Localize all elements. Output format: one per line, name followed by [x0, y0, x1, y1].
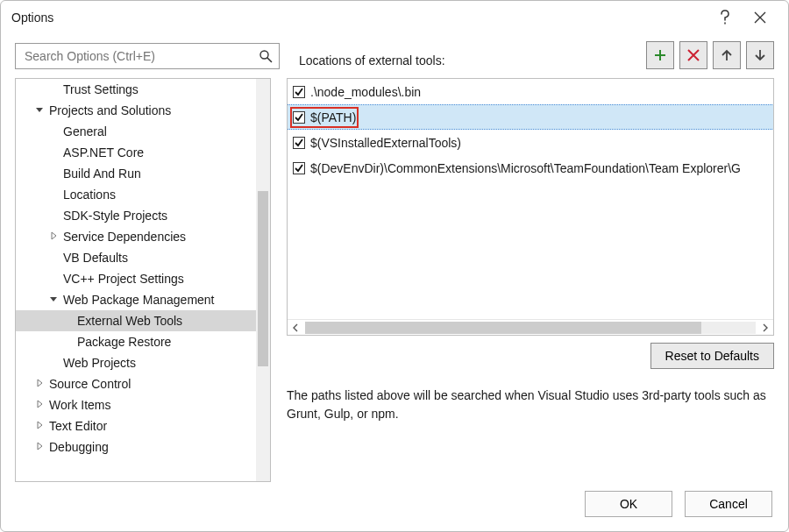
- expander-spacer: [63, 316, 74, 326]
- expander-spacer: [49, 252, 60, 263]
- tree-scrollbar[interactable]: [256, 79, 270, 481]
- options-dialog: Options Locations of external tools:: [0, 0, 789, 532]
- list-row-text: $(VSInstalledExternalTools): [310, 136, 461, 150]
- expander-spacer: [49, 168, 60, 179]
- tree-item-label: Work Items: [49, 398, 111, 412]
- listbox-hscroll[interactable]: [288, 319, 773, 335]
- tree-item[interactable]: Text Editor: [16, 415, 256, 436]
- tree-item[interactable]: ASP.NET Core: [16, 142, 256, 163]
- tree-item-label: Web Projects: [63, 356, 136, 370]
- expander-spacer: [49, 189, 60, 200]
- checkbox[interactable]: [293, 86, 305, 98]
- tree-item[interactable]: Web Projects: [16, 352, 256, 373]
- options-tree: Trust SettingsProjects and SolutionsGene…: [15, 78, 271, 482]
- tree-item[interactable]: Service Dependencies: [16, 226, 256, 247]
- expander-spacer: [49, 84, 60, 95]
- checkbox[interactable]: [293, 137, 305, 149]
- move-up-button[interactable]: [713, 41, 741, 69]
- toolbar: [646, 41, 774, 69]
- search-input[interactable]: [23, 48, 258, 64]
- list-row-text: $(DevEnvDir)\CommonExtensions\Microsoft\…: [310, 161, 741, 175]
- cancel-button[interactable]: Cancel: [685, 491, 772, 517]
- tree-item[interactable]: Debugging: [16, 436, 256, 458]
- tree-item-label: Service Dependencies: [63, 230, 186, 244]
- tree-item-label: Text Editor: [49, 419, 107, 433]
- tree-item[interactable]: SDK-Style Projects: [16, 205, 256, 226]
- locations-listbox: .\node_modules\.bin$(PATH)$(VSInstalledE…: [287, 78, 774, 336]
- tree-item-label: Locations: [63, 188, 116, 202]
- list-row[interactable]: $(DevEnvDir)\CommonExtensions\Microsoft\…: [288, 155, 773, 181]
- expander-spacer: [49, 358, 60, 368]
- ok-button[interactable]: OK: [585, 491, 672, 517]
- tree-item-label: External Web Tools: [77, 314, 182, 328]
- list-row[interactable]: $(VSInstalledExternalTools): [288, 130, 773, 155]
- list-row-text: $(PATH): [310, 110, 356, 124]
- tree-item-label: Debugging: [49, 440, 109, 454]
- expander-spacer: [63, 337, 74, 347]
- chevron-down-icon[interactable]: [35, 105, 46, 116]
- hscroll-right-icon[interactable]: [757, 320, 773, 336]
- tree-item[interactable]: Locations: [16, 184, 256, 205]
- chevron-right-icon[interactable]: [35, 442, 46, 452]
- tree-item-label: SDK-Style Projects: [63, 209, 167, 223]
- tree-item-label: Web Package Management: [63, 293, 215, 307]
- tree-item[interactable]: VC++ Project Settings: [16, 268, 256, 289]
- tree-item[interactable]: Web Package Management: [16, 289, 256, 310]
- list-row[interactable]: .\node_modules\.bin: [288, 79, 773, 104]
- tree-item[interactable]: Build And Run: [16, 163, 256, 184]
- tree-item[interactable]: General: [16, 121, 256, 142]
- chevron-right-icon[interactable]: [35, 421, 46, 431]
- tree-item-label: Build And Run: [63, 167, 141, 181]
- search-icon[interactable]: [258, 48, 274, 64]
- tree-item-label: General: [63, 124, 107, 138]
- window-title: Options: [11, 11, 53, 25]
- tree-item-label: VC++ Project Settings: [63, 272, 184, 286]
- tree-item[interactable]: Work Items: [16, 394, 256, 415]
- titlebar: Options: [1, 1, 788, 34]
- delete-button[interactable]: [679, 41, 707, 69]
- tree-item[interactable]: Projects and Solutions: [16, 100, 256, 121]
- tree-item-label: ASP.NET Core: [63, 145, 144, 160]
- chevron-down-icon[interactable]: [49, 294, 60, 305]
- tree-item[interactable]: Source Control: [16, 373, 256, 394]
- checkbox[interactable]: [293, 111, 305, 124]
- expander-spacer: [49, 273, 60, 284]
- tree-item[interactable]: VB Defaults: [16, 247, 256, 268]
- list-row-text: .\node_modules\.bin: [310, 85, 421, 99]
- expander-spacer: [49, 210, 60, 221]
- expander-spacer: [49, 147, 60, 158]
- tree-item-label: VB Defaults: [63, 251, 128, 265]
- chevron-right-icon[interactable]: [49, 231, 60, 242]
- tree-item[interactable]: Package Restore: [16, 331, 256, 352]
- move-down-button[interactable]: [746, 41, 774, 69]
- tree-item-label: Package Restore: [77, 335, 171, 349]
- add-button[interactable]: [646, 41, 674, 69]
- tree-item-label: Projects and Solutions: [49, 103, 171, 117]
- tree-item-label: Source Control: [49, 377, 131, 391]
- close-icon[interactable]: [744, 1, 776, 34]
- tree-item-label: Trust Settings: [63, 82, 139, 96]
- tree-item[interactable]: External Web Tools: [16, 310, 256, 331]
- tree-item[interactable]: Trust Settings: [16, 79, 256, 100]
- locations-label: Locations of external tools:: [299, 53, 445, 67]
- reset-to-defaults-button[interactable]: Reset to Defaults: [650, 343, 774, 369]
- help-icon[interactable]: [709, 1, 741, 34]
- checkbox[interactable]: [293, 162, 305, 174]
- description-text: The paths listed above will be searched …: [287, 387, 774, 423]
- list-row[interactable]: $(PATH): [288, 104, 773, 130]
- expander-spacer: [49, 126, 60, 137]
- hscroll-left-icon[interactable]: [288, 320, 303, 336]
- search-input-wrapper: [15, 43, 280, 69]
- chevron-right-icon[interactable]: [35, 400, 46, 410]
- chevron-right-icon[interactable]: [35, 379, 46, 389]
